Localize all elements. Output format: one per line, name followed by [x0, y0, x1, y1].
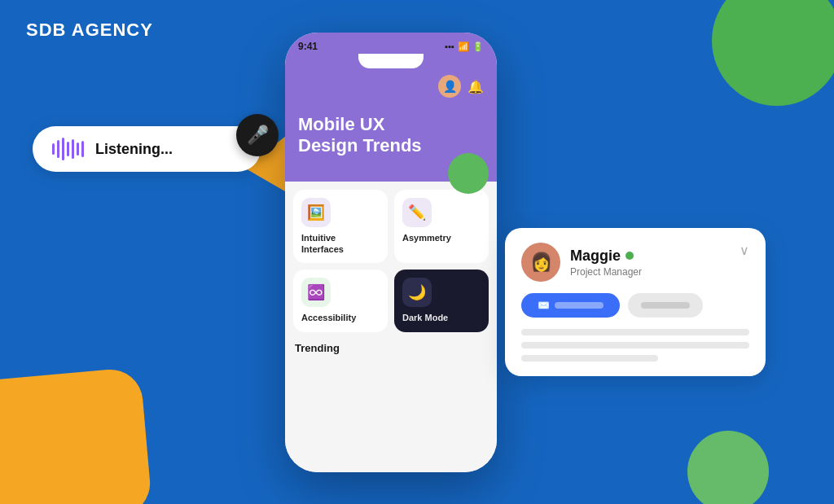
wave-bar-2	[57, 140, 59, 158]
grid-item-intuitive[interactable]: 🖼️ Intuitive Interfaces	[293, 190, 388, 264]
follow-button[interactable]	[628, 293, 703, 318]
mic-icon: 🎤	[247, 125, 269, 146]
hero-title-line1: Mobile UX	[298, 114, 384, 134]
profile-line-2	[521, 342, 749, 348]
status-icons: ▪▪▪ 📶 🔋	[445, 42, 484, 52]
darkmode-icon: 🌙	[402, 278, 432, 307]
profile-line-1	[521, 329, 749, 335]
profile-buttons: ✉️	[521, 293, 749, 318]
agency-logo: SDB AGENCY	[26, 20, 153, 41]
phone-hero-title: Mobile UX Design Trends	[298, 114, 484, 157]
listening-text: Listening...	[95, 141, 173, 158]
profile-info: 👩 Maggie Project Manager	[521, 243, 642, 282]
battery-icon: 🔋	[472, 42, 484, 52]
sound-waves	[52, 138, 84, 160]
phone-notch	[358, 54, 424, 68]
online-status-dot	[626, 252, 634, 260]
grid-item-asymmetry[interactable]: ✏️ Asymmetry	[394, 190, 489, 264]
wave-bar-1	[52, 143, 55, 155]
phone-content: 🖼️ Intuitive Interfaces ✏️ Asymmetry ♾️ …	[285, 182, 497, 472]
profile-card: 👩 Maggie Project Manager ∨ ✉️	[505, 228, 766, 376]
profile-avatar: 👩	[521, 243, 560, 282]
grid-item-accessibility[interactable]: ♾️ Accessibility	[293, 270, 388, 331]
user-avatar-small: 👤	[438, 75, 461, 98]
hero-title-line2: Design Trends	[298, 135, 422, 156]
phone-mockup: 9:41 ▪▪▪ 📶 🔋 👤 🔔 Mobile UX Design Trends	[285, 33, 497, 472]
bell-icon: 🔔	[467, 79, 484, 94]
bg-shape-orange-left	[0, 367, 152, 504]
hero-green-blob	[448, 153, 489, 194]
phone-grid: 🖼️ Intuitive Interfaces ✏️ Asymmetry ♾️ …	[293, 190, 489, 332]
intuitive-icon: 🖼️	[301, 198, 331, 227]
profile-name: Maggie	[570, 248, 642, 265]
message-button[interactable]: ✉️	[521, 293, 620, 318]
phone-screen: 9:41 ▪▪▪ 📶 🔋 👤 🔔 Mobile UX Design Trends	[285, 33, 497, 472]
profile-name-text: Maggie	[570, 248, 621, 265]
profile-card-header: 👩 Maggie Project Manager ∨	[521, 243, 749, 282]
wave-bar-7	[81, 141, 84, 157]
phone-top-bar: 👤 🔔	[298, 70, 484, 106]
profile-text: Maggie Project Manager	[570, 248, 642, 278]
signal-icon: ▪▪▪	[445, 42, 454, 51]
grid-item-darkmode[interactable]: 🌙 Dark Mode	[394, 270, 489, 331]
wave-bar-5	[72, 139, 74, 159]
wifi-icon: 📶	[458, 42, 469, 52]
bg-shape-green-bottom	[687, 431, 769, 504]
status-time: 9:41	[298, 41, 318, 52]
wave-bar-6	[77, 142, 79, 156]
accessibility-label: Accessibility	[301, 312, 356, 323]
darkmode-label: Dark Mode	[402, 312, 448, 323]
message-icon: ✉️	[538, 300, 550, 311]
follow-label	[641, 302, 690, 309]
mic-button[interactable]: 🎤	[236, 114, 279, 156]
wave-bar-3	[62, 138, 64, 160]
asymmetry-icon: ✏️	[402, 198, 432, 227]
phone-status-bar: 9:41 ▪▪▪ 📶 🔋	[298, 33, 484, 55]
accessibility-icon: ♾️	[301, 278, 331, 307]
message-label	[555, 302, 604, 309]
listening-widget: Listening...	[33, 126, 261, 172]
phone-trending-label: Trending	[293, 339, 489, 357]
phone-header: 9:41 ▪▪▪ 📶 🔋 👤 🔔	[285, 33, 497, 106]
profile-lines	[521, 329, 749, 362]
profile-line-3	[521, 355, 658, 362]
chevron-down-icon[interactable]: ∨	[740, 243, 749, 258]
intuitive-label: Intuitive Interfaces	[301, 232, 380, 256]
phone-hero: Mobile UX Design Trends	[285, 106, 497, 182]
bg-shape-green-top	[712, 0, 834, 106]
wave-bar-4	[67, 142, 69, 156]
profile-role: Project Manager	[570, 266, 642, 278]
asymmetry-label: Asymmetry	[402, 232, 451, 243]
